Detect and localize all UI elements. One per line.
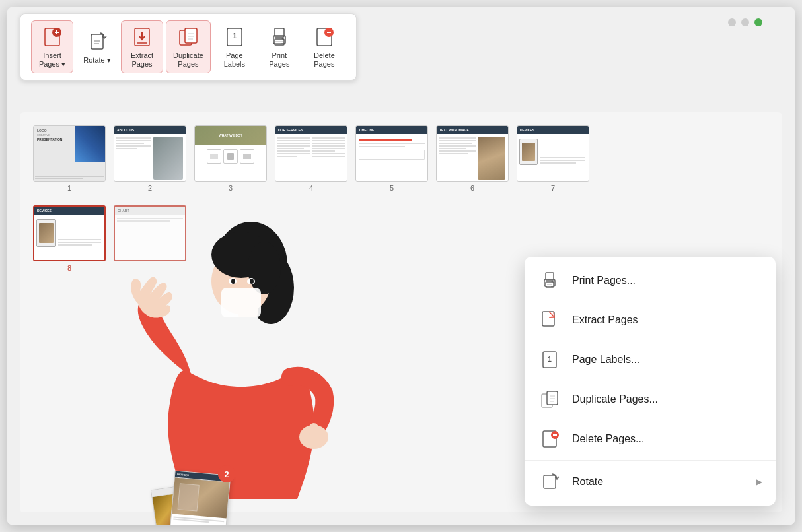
menu-extract-pages-label: Extract Pages	[572, 314, 762, 326]
page-thumbnail-2[interactable]: ABOUT US	[114, 125, 186, 182]
extract-icon	[538, 308, 562, 332]
app-window: InsertPages ▾ Rotate ▾	[7, 7, 795, 525]
page-number-3: 3	[229, 184, 233, 192]
page-thumbnail-3[interactable]: WHAT WE DO?	[194, 125, 267, 182]
menu-item-duplicate-pages[interactable]: Duplicate Pages...	[525, 380, 776, 419]
print-pages-icon	[268, 25, 291, 49]
insert-pages-label: InsertPages ▾	[39, 51, 65, 69]
menu-page-labels-label: Page Labels...	[572, 354, 762, 366]
svg-point-35	[250, 279, 254, 284]
svg-rect-31	[221, 288, 261, 317]
rotate-label: Rotate ▾	[83, 56, 110, 65]
list-item: WHAT WE DO?	[194, 125, 267, 192]
rotate-button[interactable]: Rotate ▾	[76, 25, 118, 69]
page-labels-label: PageLabels	[224, 51, 245, 69]
delete-pages-label: DeletePages	[314, 51, 335, 69]
page-number-4: 4	[309, 184, 313, 192]
page-number-5: 5	[390, 184, 394, 192]
rotate-menu-icon	[538, 470, 562, 494]
menu-rotate-label: Rotate	[572, 476, 746, 488]
duplicate-icon	[538, 387, 562, 411]
page-thumbnail-6[interactable]: TEXT WITH IMAGE	[436, 125, 509, 182]
extract-pages-icon	[130, 25, 154, 49]
svg-point-34	[231, 279, 235, 284]
insert-pages-button[interactable]: InsertPages ▾	[31, 20, 73, 73]
svg-rect-10	[185, 28, 197, 43]
page-number-7: 7	[551, 184, 555, 192]
window-dot-1	[728, 18, 736, 26]
window-dot-3	[754, 18, 762, 26]
svg-rect-37	[309, 423, 318, 438]
delete-pages-button[interactable]: DeletePages	[303, 20, 346, 73]
extract-pages-label: ExtractPages	[131, 51, 153, 69]
duplicate-pages-label: DuplicatePages	[173, 51, 203, 69]
svg-rect-44	[542, 312, 554, 326]
rotate-icon	[85, 30, 109, 53]
printer-icon	[538, 269, 562, 292]
list-item: ABOUT US	[114, 125, 186, 192]
menu-item-delete-pages[interactable]: Delete Pages...	[525, 419, 776, 459]
page-labels-button[interactable]: 1 PageLabels	[213, 20, 256, 73]
delete-pages-icon	[312, 25, 336, 49]
menu-print-pages-label: Print Pages...	[572, 275, 762, 286]
menu-delete-pages-label: Delete Pages...	[572, 433, 762, 445]
duplicate-pages-button[interactable]: DuplicatePages	[166, 20, 211, 73]
page-thumbnail-1[interactable]: LOGO CREATIVE PRESENTATION	[33, 125, 106, 182]
label-icon: 1	[538, 348, 562, 372]
page-thumbnail-7[interactable]: DEVICES	[517, 125, 589, 182]
list-item: OUR SERVICES	[275, 125, 347, 192]
svg-rect-49	[547, 391, 558, 405]
rotate-submenu-arrow: ▶	[756, 477, 762, 486]
print-pages-button[interactable]: PrintPages	[258, 20, 301, 73]
menu-duplicate-pages-label: Duplicate Pages...	[572, 393, 762, 405]
page-labels-icon: 1	[223, 25, 246, 49]
print-pages-label: PrintPages	[269, 51, 289, 69]
list-item: TEXT WITH IMAGE	[436, 125, 509, 192]
svg-text:1: 1	[233, 32, 237, 40]
svg-rect-56	[544, 475, 556, 488]
insert-pages-icon	[40, 25, 64, 49]
page-thumbnail-5[interactable]: TIMELINE	[355, 125, 428, 182]
list-item: LOGO CREATIVE PRESENTATION 1	[33, 125, 106, 192]
window-controls	[728, 18, 762, 26]
list-item: TIMELINE 5	[355, 125, 428, 192]
thumbnails-row-1: LOGO CREATIVE PRESENTATION 1	[20, 112, 782, 205]
svg-point-43	[552, 281, 554, 283]
menu-item-extract-pages[interactable]: Extract Pages	[525, 300, 776, 340]
list-item: DEVICES	[517, 125, 589, 192]
svg-point-21	[281, 38, 283, 40]
menu-item-print-pages[interactable]: Print Pages...	[525, 261, 776, 300]
page-number-1: 1	[67, 184, 71, 192]
floating-badge: 2	[218, 465, 235, 482]
svg-point-30	[248, 242, 281, 294]
menu-item-rotate[interactable]: Rotate ▶	[525, 462, 776, 502]
svg-text:1: 1	[548, 356, 552, 363]
page-thumbnail-4[interactable]: OUR SERVICES	[275, 125, 347, 182]
extract-pages-button[interactable]: ExtractPages	[121, 20, 163, 73]
context-menu: Print Pages... Extract Pages 1	[525, 257, 776, 506]
duplicate-pages-icon	[176, 25, 200, 49]
svg-rect-4	[91, 34, 103, 49]
delete-icon	[538, 427, 562, 451]
toolbar: InsertPages ▾ Rotate ▾	[20, 13, 357, 81]
menu-item-page-labels[interactable]: 1 Page Labels...	[525, 340, 776, 380]
page-number-6: 6	[470, 184, 474, 192]
menu-divider	[525, 460, 776, 461]
window-dot-2	[741, 18, 749, 26]
page-number-2: 2	[148, 184, 152, 192]
